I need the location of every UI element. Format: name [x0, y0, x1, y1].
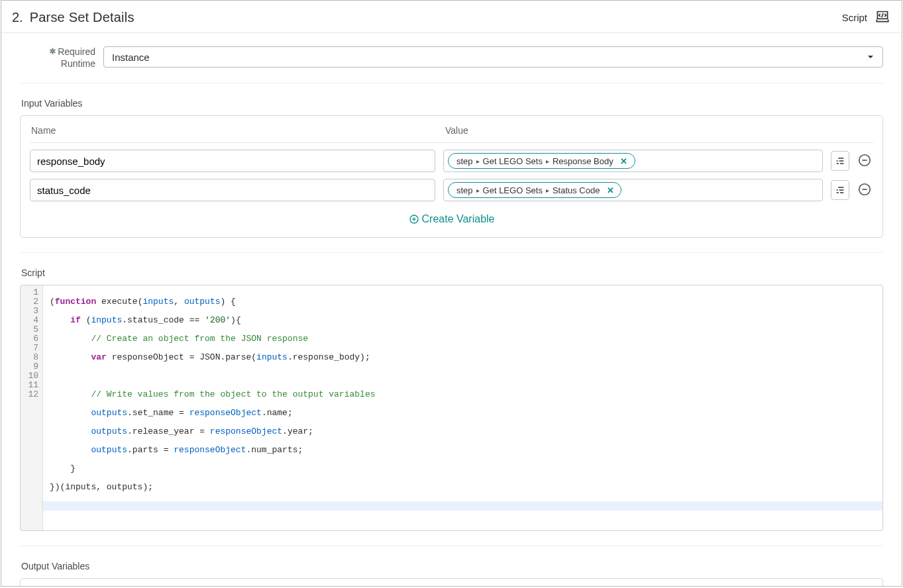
code-gutter: 123456789101112 — [21, 285, 43, 530]
input-col-value: Value — [445, 125, 872, 136]
output-variables-panel: Label Name Type Mandatory ⋮⋮set_nameset_… — [20, 578, 883, 587]
input-variables-title: Input Variables — [20, 83, 883, 115]
input-variables-panel: Name Value step▸ Get LEGO Sets▸ Response… — [20, 115, 883, 238]
output-variables-title: Output Variables — [20, 546, 883, 578]
data-picker-button[interactable] — [831, 180, 849, 200]
script-section-title: Script — [20, 253, 883, 285]
pill-remove-icon[interactable]: ✕ — [605, 185, 615, 195]
script-link[interactable]: Script — [842, 12, 867, 23]
create-input-variable-button[interactable]: Create Variable — [30, 201, 873, 225]
remove-row-button[interactable] — [857, 182, 873, 198]
step-panel: 2. Parse Set Details Script ✱Required Ru… — [1, 0, 902, 587]
code-area[interactable]: (function execute(inputs, outputs) { if … — [43, 285, 882, 530]
data-pill[interactable]: step▸ Get LEGO Sets▸ Response Body ✕ — [448, 153, 635, 169]
data-pill[interactable]: step▸ Get LEGO Sets▸ Status Code ✕ — [448, 182, 621, 198]
code-editor[interactable]: 123456789101112 (function execute(inputs… — [20, 285, 883, 531]
chevron-right-icon: ▸ — [476, 158, 480, 165]
input-variable-row: step▸ Get LEGO Sets▸ Status Code ✕ — [30, 172, 873, 201]
input-variable-row: step▸ Get LEGO Sets▸ Response Body ✕ — [30, 143, 873, 172]
panel-header: 2. Parse Set Details Script — [1, 1, 902, 33]
input-col-name: Name — [31, 125, 445, 136]
input-variable-name-field[interactable] — [30, 179, 435, 201]
input-variable-value-field[interactable]: step▸ Get LEGO Sets▸ Status Code ✕ — [443, 179, 823, 201]
pill-remove-icon[interactable]: ✕ — [619, 156, 629, 166]
panel-title: Parse Set Details — [30, 10, 134, 25]
chevron-down-icon — [867, 52, 875, 63]
required-runtime-label: ✱Required Runtime — [20, 46, 103, 70]
input-variable-name-field[interactable] — [30, 150, 435, 172]
remove-row-button[interactable] — [857, 153, 873, 169]
editor-active-line — [43, 501, 882, 511]
chevron-right-icon: ▸ — [476, 187, 480, 194]
chevron-right-icon: ▸ — [546, 187, 549, 194]
chevron-right-icon: ▸ — [546, 158, 549, 165]
runtime-select[interactable]: Instance — [103, 46, 883, 68]
runtime-select-value: Instance — [112, 52, 150, 63]
script-editor-icon[interactable] — [874, 7, 891, 27]
required-asterisk-icon: ✱ — [49, 46, 56, 56]
data-picker-button[interactable] — [831, 151, 849, 171]
plus-circle-icon — [409, 214, 419, 224]
required-runtime-row: ✱Required Runtime Instance — [20, 37, 883, 83]
input-variable-value-field[interactable]: step▸ Get LEGO Sets▸ Response Body ✕ — [443, 150, 823, 172]
step-number: 2. — [12, 10, 23, 25]
